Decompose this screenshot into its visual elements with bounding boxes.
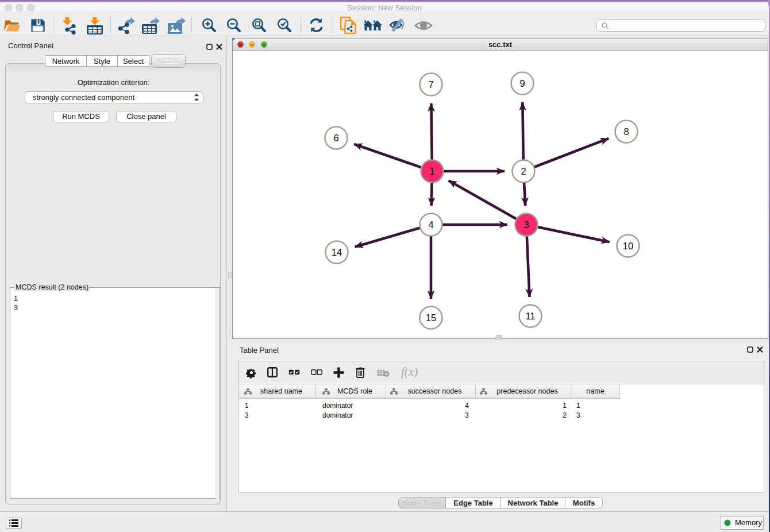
svg-text:1: 1 [429,165,434,176]
svg-text:10: 10 [622,240,633,250]
svg-text:8: 8 [623,126,629,136]
svg-text:6: 6 [333,132,338,142]
svg-text:14: 14 [331,246,341,257]
svg-text:11: 11 [525,310,535,321]
svg-text:2: 2 [521,165,526,176]
svg-text:9: 9 [519,78,525,88]
svg-text:7: 7 [428,79,433,89]
svg-text:15: 15 [425,312,436,322]
svg-text:3: 3 [523,219,529,229]
svg-text:4: 4 [428,219,433,229]
